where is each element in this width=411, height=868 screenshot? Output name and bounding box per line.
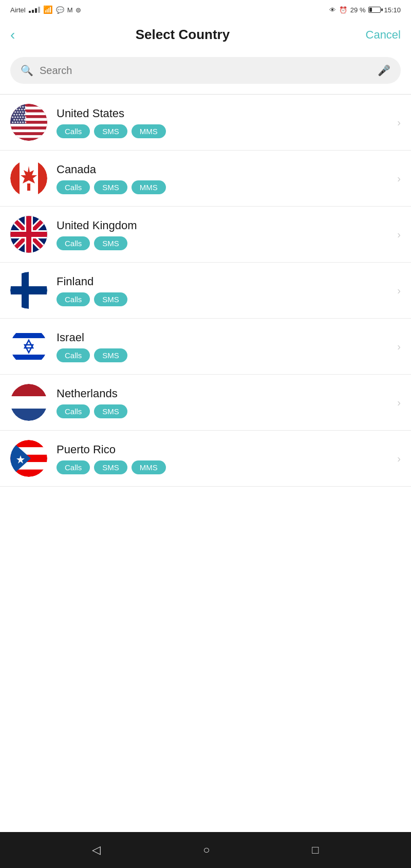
nav-recent-button[interactable]: □ [312,843,319,857]
country-item-us[interactable]: ★★★★★★ ★★★★★ ★★★★★★ ★★★★★ ★★★★★★ ★★★★★ ★… [0,95,411,151]
svg-rect-49 [10,333,47,338]
badge-sms: SMS [94,292,127,306]
country-name-il: Israel [57,331,388,344]
flag-fi [10,272,47,309]
badge-calls: Calls [57,292,90,306]
chevron-right-icon: › [397,341,401,353]
carrier-label: Airtel [10,6,26,14]
gmail-icon: M [67,6,73,14]
time-label: 15:10 [384,6,401,14]
flag-ca [10,160,47,197]
nav-back-button[interactable]: ◁ [92,843,101,857]
badge-sms: SMS [94,404,127,418]
chevron-right-icon: › [397,453,401,465]
badge-calls: Calls [57,348,90,362]
search-bar: 🔍 🎤 [10,57,401,84]
country-name-us: United States [57,107,388,120]
svg-rect-29 [27,183,30,191]
battery-container [368,7,381,13]
page-title: Select Country [0,27,366,43]
wifi-icon: 📶 [43,5,53,14]
country-info-us: United States Calls SMS MMS [57,107,388,138]
search-container: 🔍 🎤 [0,51,411,94]
badge-mms: MMS [132,460,166,474]
badges-uk: Calls SMS [57,236,388,250]
badges-us: Calls SMS MMS [57,124,388,138]
badge-calls: Calls [57,404,90,418]
nav-home-button[interactable]: ○ [203,843,210,857]
country-item-nl[interactable]: Netherlands Calls SMS › [0,375,411,431]
country-name-nl: Netherlands [57,387,388,400]
flag-pr [10,440,47,477]
badge-sms: SMS [94,236,127,250]
chevron-right-icon: › [397,397,401,409]
country-info-fi: Finland Calls SMS [57,275,388,306]
badges-nl: Calls SMS [57,404,388,418]
country-name-pr: Puerto Rico [57,443,388,456]
country-info-uk: United Kingdom Calls SMS [57,219,388,250]
country-name-uk: United Kingdom [57,219,388,232]
svg-rect-57 [10,396,47,409]
flag-il [10,328,47,365]
cancel-button[interactable]: Cancel [366,28,401,42]
search-input[interactable] [40,65,371,77]
bottom-nav: ◁ ○ □ [0,832,411,868]
svg-rect-40 [10,232,47,237]
svg-rect-56 [10,384,47,396]
badges-ca: Calls SMS MMS [57,180,388,194]
status-right: 👁 ⏰ 29 % 15:10 [329,6,401,14]
status-bar: Airtel 📶 💬 M ⊚ 👁 ⏰ 29 % 15:10 [0,0,411,19]
badge-mms: MMS [132,124,166,138]
svg-rect-3 [10,104,47,107]
badge-calls: Calls [57,460,90,474]
country-name-fi: Finland [57,275,388,288]
chevron-right-icon: › [397,229,401,241]
svg-rect-14 [10,135,47,138]
flag-us: ★★★★★★ ★★★★★ ★★★★★★ ★★★★★ ★★★★★★ ★★★★★ ★… [10,104,47,141]
flag-nl [10,384,47,421]
chevron-right-icon: › [397,117,401,128]
microphone-icon[interactable]: 🎤 [378,64,390,77]
country-info-nl: Netherlands Calls SMS [57,387,388,418]
alarm-icon: ⏰ [339,6,347,14]
country-item-uk[interactable]: United Kingdom Calls SMS › [0,207,411,263]
badge-sms: SMS [94,460,127,474]
status-left: Airtel 📶 💬 M ⊚ [10,5,81,14]
signal-bars [29,7,40,13]
svg-rect-10 [10,124,47,127]
battery-icon [368,7,381,13]
country-item-fi[interactable]: Finland Calls SMS › [0,263,411,319]
country-info-ca: Canada Calls SMS MMS [57,163,388,194]
svg-rect-13 [10,132,47,135]
svg-rect-15 [10,138,47,141]
eye-icon: 👁 [329,6,336,14]
msg-icon: 💬 [56,6,64,14]
svg-rect-11 [10,126,47,130]
country-list: ★★★★★★ ★★★★★ ★★★★★★ ★★★★★ ★★★★★★ ★★★★★ ★… [0,95,411,832]
header: ‹ Select Country Cancel [0,19,411,51]
svg-rect-45 [22,272,29,309]
svg-rect-58 [10,409,47,421]
badges-il: Calls SMS [57,348,388,362]
svg-rect-28 [38,160,47,197]
country-info-pr: Puerto Rico Calls SMS MMS [57,443,388,474]
flag-uk [10,216,47,253]
svg-text:★★★★★★: ★★★★★★ [11,121,27,124]
chevron-right-icon: › [397,285,401,297]
badge-calls: Calls [57,236,90,250]
svg-rect-50 [10,355,47,360]
badges-fi: Calls SMS [57,292,388,306]
badge-mms: MMS [132,180,166,194]
svg-rect-12 [10,130,47,133]
country-item-il[interactable]: Israel Calls SMS › [0,319,411,375]
country-name-ca: Canada [57,163,388,176]
badges-pr: Calls SMS MMS [57,460,388,474]
chevron-right-icon: › [397,173,401,184]
badge-sms: SMS [94,348,127,362]
country-item-ca[interactable]: Canada Calls SMS MMS › [0,151,411,207]
search-icon: 🔍 [21,64,33,77]
battery-percent: 29 % [350,6,366,14]
whatsapp-icon: ⊚ [76,6,81,14]
country-item-pr[interactable]: Puerto Rico Calls SMS MMS › [0,431,411,487]
badge-sms: SMS [94,124,127,138]
